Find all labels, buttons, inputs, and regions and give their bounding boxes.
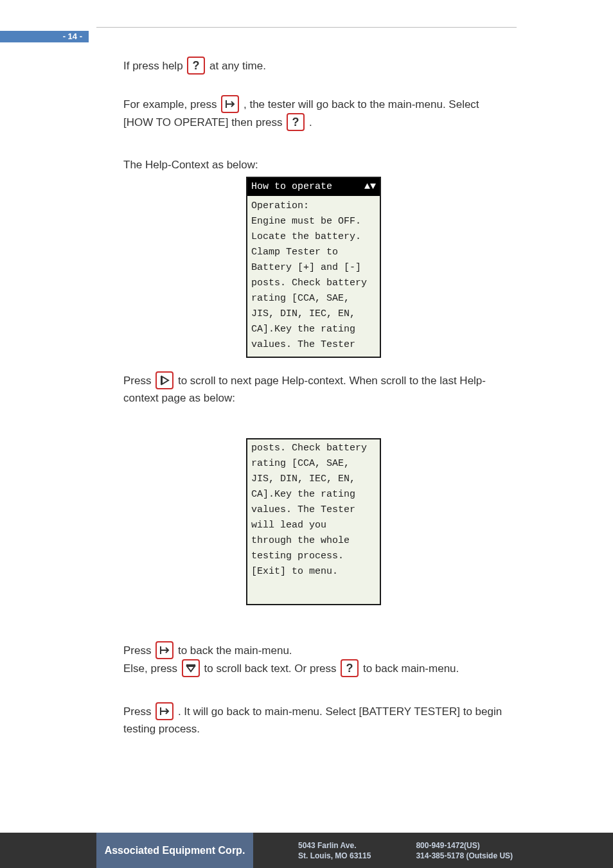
text: to scroll to next page Help-context. Whe… [123,375,486,404]
text: Press [123,705,154,718]
svg-text:?: ? [292,116,299,128]
header-rule [96,27,517,28]
lcd-line: values. The Tester [251,502,376,518]
footer-addr-line: 5043 Farlin Ave. [298,840,371,851]
svg-text:?: ? [346,662,353,675]
lcd-line: will lead you [251,518,376,533]
lcd-line: Battery [+] and [-] [251,260,376,276]
footer-phone: 800-949-1472(US) 314-385-5178 (Outside U… [416,840,513,861]
page-number-tab: - 14 - [0,31,89,42]
lcd-line: rating [CCA, SAE, [251,291,376,306]
lcd-line: posts. Check battery [251,276,376,291]
footer-company: Associated Equipment Corp. [96,833,253,868]
text: . It will go back to main-menu. Select [… [123,705,502,735]
text: . [309,116,312,128]
help-icon: ? [187,57,205,75]
text: to scroll back text. Or press [204,662,340,675]
help-icon: ? [287,113,305,131]
text: to back the main-menu. [178,644,292,657]
lcd-line: JIS, DIN, IEC, EN, [251,472,376,487]
lcd-screen-last-page: posts. Check battery rating [CCA, SAE, J… [246,438,381,605]
text: The Help-Context as below: [123,159,258,171]
lcd-line: through the whole [251,533,376,549]
exit-icon [221,95,239,113]
paragraph-example: For example, press , the tester will go … [123,96,510,132]
text: Press [123,375,154,387]
scroll-arrows-icon: ▲▼ [364,179,376,195]
lcd-line: Clamp Tester to [251,245,376,260]
text: at any time. [209,60,266,72]
text: Else, press [123,662,181,675]
lcd-line: [Exit] to menu. [251,564,376,580]
right-arrow-icon [155,371,173,389]
exit-icon [155,702,173,720]
paragraph-help-anytime: If press help ? at any time. [123,58,510,76]
help-icon: ? [341,659,359,677]
lcd-line: rating [CCA, SAE, [251,456,376,472]
paragraph-scroll-next: Press to scroll to next page Help-contex… [123,373,510,406]
lcd-screen-operate: How to operate ▲▼ Operation: Engine must… [246,177,381,358]
lcd-title-bar: How to operate ▲▼ [247,178,380,196]
lcd-line: Engine must be OFF. [251,214,376,229]
footer-addr-line: St. Louis, MO 63115 [298,851,371,861]
footer-phone-line: 800-949-1472(US) [416,840,513,851]
paragraph-battery-tester: Press . It will go back to main-menu. Se… [123,704,510,737]
text: If press help [123,60,186,72]
lcd-line: posts. Check battery [251,441,376,456]
paragraph-back-mainmenu: Press to back the main-menu. Else, press… [123,642,510,678]
svg-text:?: ? [193,59,200,72]
lcd-line: Locate the battery. [251,229,376,245]
exit-icon [155,641,173,659]
footer-address: 5043 Farlin Ave. St. Louis, MO 63115 [298,840,371,861]
footer-phone-line: 314-385-5178 (Outside US) [416,851,513,861]
lcd-line: Operation: [251,199,376,214]
lcd-line: CA].Key the rating [251,487,376,502]
lcd-line: CA].Key the rating [251,322,376,337]
paragraph-help-context: The Help-Context as below: [123,157,510,173]
lcd-line: values. The Tester [251,337,376,353]
lcd-line: JIS, DIN, IEC, EN, [251,306,376,322]
down-arrow-icon [182,659,200,677]
text: to back main-menu. [363,662,459,675]
text: Press [123,644,154,657]
lcd-line: testing process. [251,549,376,564]
lcd-title-text: How to operate [251,179,332,195]
text: For example, press [123,98,220,111]
page-footer: Associated Equipment Corp. 5043 Farlin A… [0,833,613,868]
